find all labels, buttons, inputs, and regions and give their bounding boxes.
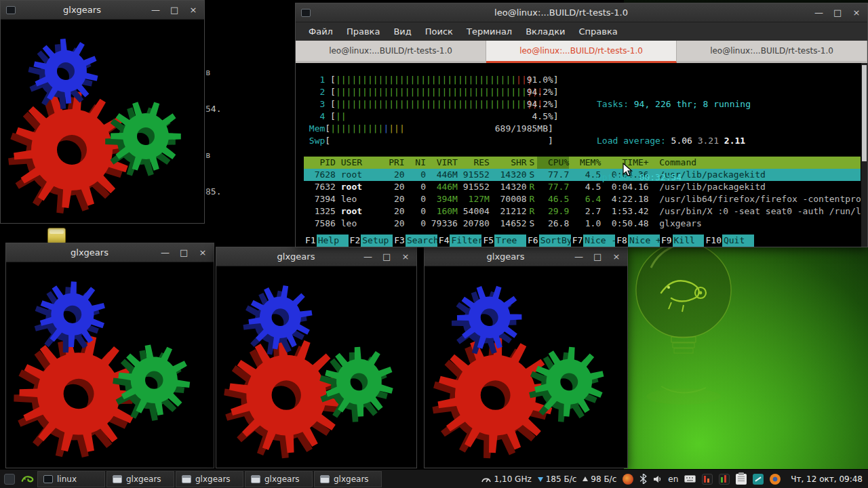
htop-cpu-meters: 1 [|||||||||||||||||||||||||||||||||||||… — [304, 63, 861, 147]
gears-canvas — [425, 266, 627, 468]
maximize-button[interactable]: □ — [170, 1, 178, 20]
cpu-load-tray-icon[interactable] — [702, 474, 713, 485]
minimize-button[interactable]: — — [574, 247, 583, 266]
titlebar[interactable]: glxgears — □ × — [425, 247, 627, 266]
window-title: glxgears — [237, 251, 355, 262]
close-button[interactable]: × — [852, 3, 861, 22]
maximize-button[interactable]: □ — [382, 247, 391, 266]
close-button[interactable]: × — [612, 247, 620, 266]
window-icon — [6, 6, 16, 14]
fkey-sortby[interactable]: F6SortBy — [526, 235, 571, 247]
memory-load-tray-icon[interactable] — [719, 474, 730, 485]
close-button[interactable]: × — [199, 243, 207, 262]
process-row[interactable]: 7394 leo 20 0 394M 127M 70008 R 46.5 6.4… — [304, 193, 861, 205]
process-row[interactable]: 1325 root 20 0 160M 54004 21212 R 29.9 2… — [304, 205, 861, 218]
bluetooth-tray-icon[interactable] — [639, 474, 647, 484]
fkey-search[interactable]: F3Search — [393, 235, 437, 247]
fkey-nice-plus[interactable]: F8Nice + — [615, 235, 660, 247]
htop-function-bar: F1Help F2Setup F3Search F4Filter F5Tree … — [304, 235, 854, 247]
fkey-kill[interactable]: F9Kill — [660, 235, 705, 247]
window-icon — [113, 475, 122, 483]
minimize-button[interactable]: — — [151, 1, 159, 20]
titlebar[interactable]: glxgears — □ × — [216, 247, 416, 266]
keyboard-tray-icon[interactable] — [684, 475, 696, 483]
cpu-frequency-indicator[interactable]: 1,10 GHz — [481, 474, 532, 484]
table-header[interactable]: PID USER PRI NI VIRT RES SHR S CPU% MEM%… — [304, 157, 861, 169]
fkey-nice-minus[interactable]: F7Nice - — [571, 235, 616, 247]
clipboard-icon — [736, 474, 747, 485]
taskbar-task-glxgears-3[interactable]: glxgears — [245, 471, 313, 487]
task-label: linux — [57, 474, 77, 484]
menu-file[interactable]: Файл — [302, 24, 339, 39]
gears-canvas — [216, 266, 416, 468]
color-profile-tray-icon[interactable] — [623, 474, 633, 485]
system-tray: 1,10 GHz 185 Б/с 98 Б/с en — [481, 474, 868, 485]
clock[interactable]: Чт, 12 окт, 09:48 — [787, 474, 863, 484]
titlebar[interactable]: leo@linux:...BUILD/rt-tests-1.0 — □ × — [296, 3, 867, 22]
color-wheel-icon — [623, 474, 633, 485]
fkey-quit[interactable]: F10Quit — [704, 235, 753, 247]
menu-search[interactable]: Поиск — [419, 24, 459, 39]
maximize-button[interactable]: □ — [180, 243, 188, 262]
minimize-button[interactable]: — — [814, 3, 823, 22]
task-label: glxgears — [334, 474, 369, 484]
window-title: glxgears — [26, 247, 153, 258]
terminal-content[interactable]: 1 [|||||||||||||||||||||||||||||||||||||… — [296, 63, 867, 247]
speaker-icon — [653, 474, 662, 484]
minimize-button[interactable]: — — [363, 247, 372, 266]
titlebar[interactable]: glxgears — □ × — [1, 1, 204, 20]
scrollbar-thumb[interactable] — [862, 65, 867, 161]
taskbar-task-glxgears-1[interactable]: glxgears — [106, 471, 174, 487]
clipboard-tray-icon[interactable] — [736, 474, 747, 485]
fkey-filter[interactable]: F4Filter — [437, 235, 482, 247]
process-row[interactable]: 7632 root 20 0 446M 91552 14320 R 77.7 4… — [304, 181, 861, 193]
terminal-scrollbar[interactable] — [861, 63, 867, 247]
firefox-tray-icon[interactable] — [770, 474, 781, 485]
monitor-icon — [4, 474, 15, 485]
network-upload-indicator[interactable]: 98 Б/с — [583, 474, 616, 485]
menubar: Файл Правка Вид Поиск Терминал Вкладки С… — [296, 22, 867, 41]
glxgears-window-2: glxgears — □ × — [5, 243, 214, 468]
close-button[interactable]: × — [401, 247, 410, 266]
process-row-selected[interactable]: 7628 root 20 0 446M 91552 14320 S 77.7 4… — [304, 169, 861, 181]
taskbar: linux glxgears glxgears glxgears glxgear… — [0, 469, 868, 488]
task-label: glxgears — [264, 474, 300, 484]
cpu-frequency-value: 1,10 GHz — [494, 474, 532, 484]
glxgears-window-3: glxgears — □ × — [216, 247, 417, 468]
download-arrow-icon — [538, 477, 543, 485]
titlebar[interactable]: glxgears — □ × — [6, 243, 214, 262]
terminal-window: leo@linux:...BUILD/rt-tests-1.0 — □ × Фа… — [295, 3, 868, 247]
application-menu-button[interactable] — [18, 470, 37, 488]
taskbar-task-linux[interactable]: linux — [37, 471, 105, 487]
process-row[interactable]: 7586 leo 20 0 79336 20780 14652 S 26.8 1… — [304, 218, 861, 230]
menu-view[interactable]: Вид — [387, 24, 417, 39]
taskbar-task-glxgears-2[interactable]: glxgears — [176, 471, 243, 487]
show-desktop-button[interactable] — [0, 470, 18, 488]
fkey-tree[interactable]: F5Tree — [481, 235, 526, 247]
minimize-button[interactable]: — — [161, 243, 169, 262]
upload-speed-value: 98 Б/с — [591, 474, 616, 484]
network-download-indicator[interactable]: 185 Б/с — [538, 474, 577, 485]
taskbar-task-glxgears-4[interactable]: glxgears — [314, 471, 382, 487]
terminal-tab-3[interactable]: leo@linux:...BUILD/rt-tests-1.0 — [677, 41, 867, 63]
menu-help[interactable]: Справка — [573, 24, 624, 39]
maximize-button[interactable]: □ — [593, 247, 601, 266]
window-icon — [182, 475, 191, 483]
keyboard-layout-indicator[interactable]: en — [668, 474, 678, 484]
menu-edit[interactable]: Правка — [340, 24, 386, 39]
desktop-folder-icon[interactable] — [47, 228, 66, 244]
htop-process-table: PID USER PRI NI VIRT RES SHR S CPU% MEM%… — [304, 157, 861, 230]
menu-terminal[interactable]: Терминал — [460, 24, 518, 39]
terminal-tab-2-active[interactable]: leo@linux:...BUILD/rt-tests-1.0 — [486, 41, 677, 63]
fkey-help[interactable]: F1Help — [304, 235, 349, 247]
geeko-icon — [20, 472, 35, 487]
menu-tabs[interactable]: Вкладки — [519, 24, 571, 39]
clock-text: Чт, 12 окт, 09:48 — [791, 474, 863, 484]
fkey-setup[interactable]: F2Setup — [349, 235, 393, 247]
notes-tray-icon[interactable] — [753, 474, 764, 485]
close-button[interactable]: × — [189, 1, 197, 20]
terminal-tab-1[interactable]: leo@linux:...BUILD/rt-tests-1.0 — [296, 41, 486, 63]
volume-tray-icon[interactable] — [653, 474, 662, 484]
gears-canvas — [1, 20, 204, 223]
maximize-button[interactable]: □ — [833, 3, 842, 22]
